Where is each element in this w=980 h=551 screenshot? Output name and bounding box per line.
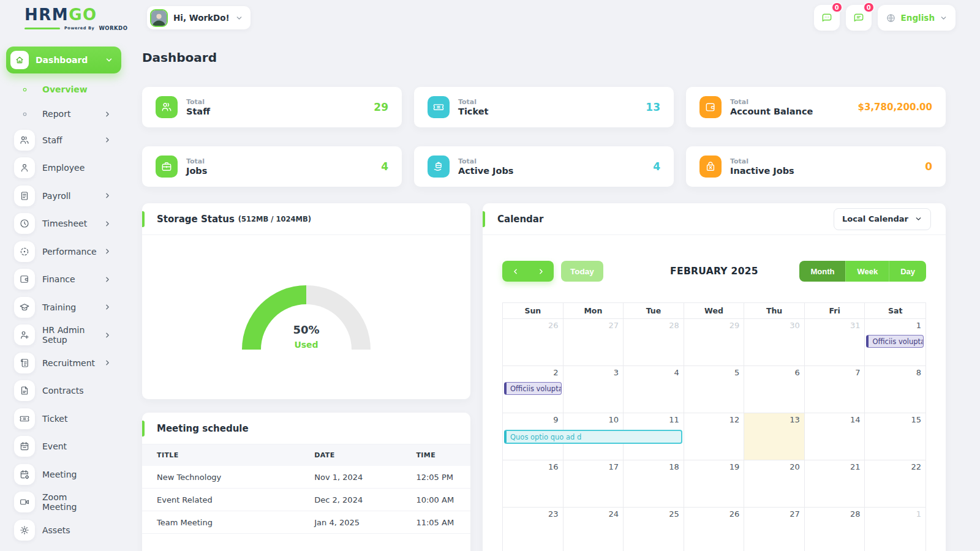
chevron-right-icon <box>104 110 111 118</box>
target-icon <box>14 241 35 262</box>
sidebar-item-staff[interactable]: Staff <box>6 126 121 154</box>
calendar-cell-3-5[interactable]: 21 <box>805 460 865 508</box>
contract-icon <box>14 380 35 401</box>
calendar-event[interactable]: Officiis voluptas c <box>866 335 924 348</box>
calendar-cell-2-4[interactable]: 13 <box>744 413 805 460</box>
calendar-cell-1-2[interactable]: 4 <box>624 366 684 413</box>
calendar-week-4: 2324252627281 <box>503 508 925 551</box>
sidebar-item-meeting[interactable]: Meeting <box>6 460 121 489</box>
sidebar-item-event[interactable]: Event <box>6 433 121 461</box>
calendar-cell-1-1[interactable]: 3 <box>564 366 624 413</box>
notifications-badge: 0 <box>863 2 875 13</box>
sidebar-item-recruitment[interactable]: Recruitment <box>6 349 121 377</box>
calendar-prev-button[interactable] <box>502 261 528 282</box>
calendar-day-header-mon: Mon <box>564 303 624 319</box>
calendar-view-week[interactable]: Week <box>845 261 889 282</box>
calendar-cell-0-4[interactable]: 30 <box>744 319 805 366</box>
calendar-cell-3-4[interactable]: 20 <box>744 460 805 508</box>
stat-card-inactive-jobs[interactable]: Total Inactive Jobs 0 <box>686 146 946 187</box>
sidebar-item-timesheet[interactable]: Timesheet <box>6 210 121 238</box>
stat-card-account-balance[interactable]: Total Account Balance $3,780,200.00 <box>686 87 946 127</box>
sidebar-item-overview[interactable]: Overview <box>6 77 121 102</box>
receipt-icon <box>14 186 35 206</box>
user-menu-button[interactable]: Hi, WorkDo! <box>147 6 251 29</box>
calendar-cell-3-3[interactable]: 19 <box>684 460 745 508</box>
sidebar-item-employee[interactable]: Employee <box>6 154 121 182</box>
meeting-title: New Technology <box>142 466 300 489</box>
language-selector[interactable]: English <box>878 5 956 31</box>
sidebar-item-assets[interactable]: Assets <box>6 516 121 544</box>
stat-card-active-jobs[interactable]: Total Active Jobs 4 <box>414 146 674 187</box>
calendar-cell-3-6[interactable]: 22 <box>865 460 925 508</box>
calendar-cell-4-3[interactable]: 26 <box>684 508 745 551</box>
calendar-cell-1-6[interactable]: 8 <box>865 366 925 413</box>
chevron-down-icon <box>235 14 243 22</box>
sidebar-item-performance[interactable]: Performance <box>6 238 121 266</box>
calendar-cell-0-3[interactable]: 29 <box>684 319 745 366</box>
calendar-cell-1-5[interactable]: 7 <box>805 366 865 413</box>
calendar-cell-0-2[interactable]: 28 <box>624 319 684 366</box>
calendar-card: Calendar Local Calendar <box>483 203 946 551</box>
logo-tagline: Powered By <box>64 26 94 31</box>
calendar-today-button[interactable]: Today <box>561 261 603 282</box>
calendar-cell-3-0[interactable]: 16 <box>503 460 564 508</box>
stat-card-ticket[interactable]: Total Ticket 13 <box>414 87 674 127</box>
calendar-day-header-sun: Sun <box>503 303 564 319</box>
sidebar-item-training[interactable]: Training <box>6 293 121 321</box>
sidebar-item-dashboard[interactable]: Dashboard <box>6 47 121 73</box>
graduation-cap-icon <box>14 297 35 318</box>
calendar-cell-0-0[interactable]: 26 <box>503 319 564 366</box>
sidebar-item-payroll[interactable]: Payroll <box>6 182 121 210</box>
calendar-source-select[interactable]: Local Calendar <box>834 208 931 230</box>
calendar-event[interactable]: Officiis voluptas c <box>504 382 562 395</box>
table-row: New Technology Nov 1, 2024 12:05 PM <box>142 466 470 489</box>
stat-value: 29 <box>374 101 388 113</box>
chevron-right-icon <box>104 359 111 367</box>
calendar-cell-4-5[interactable]: 28 <box>805 508 865 551</box>
sidebar-item-finance[interactable]: Finance <box>6 266 121 294</box>
calendar-view-day[interactable]: Day <box>889 261 926 282</box>
calendar-event[interactable]: Quos optio quo ad d <box>504 430 682 444</box>
calendar-cell-2-5[interactable]: 14 <box>805 413 865 460</box>
chevron-down-icon <box>940 14 948 22</box>
storage-gauge: 50% Used <box>242 285 371 350</box>
sidebar-item-ticket[interactable]: Ticket <box>6 405 121 433</box>
calendar-cell-3-2[interactable]: 18 <box>624 460 684 508</box>
calendar-cell-0-1[interactable]: 27 <box>564 319 624 366</box>
storage-subtitle: (512MB / 1024MB) <box>238 215 311 223</box>
sidebar-item-zoom-meeting[interactable]: Zoom Meeting <box>6 489 121 517</box>
gear-icon <box>14 520 35 541</box>
wallet-icon <box>699 96 722 118</box>
calendar-cell-0-5[interactable]: 31 <box>805 319 865 366</box>
calendar-day-header-wed: Wed <box>684 303 745 319</box>
app-logo[interactable]: HRMGO Powered By WORKDO <box>24 7 127 31</box>
globe-icon <box>886 13 896 23</box>
messages-button[interactable]: 0 <box>814 5 840 31</box>
sidebar-item-report[interactable]: Report <box>6 102 121 126</box>
notifications-button[interactable]: 0 <box>846 5 872 31</box>
meeting-title: Event Related <box>142 489 300 511</box>
calendar-view-month[interactable]: Month <box>799 261 845 282</box>
calendar-cell-4-4[interactable]: 27 <box>744 508 805 551</box>
calendar-cell-1-4[interactable]: 6 <box>744 366 805 413</box>
calendar-cell-2-6[interactable]: 15 <box>865 413 925 460</box>
stat-card-staff[interactable]: Total Staff 29 <box>142 87 402 127</box>
calendar-cell-4-1[interactable]: 24 <box>564 508 624 551</box>
calendar-cell-1-3[interactable]: 5 <box>684 366 745 413</box>
sidebar-item-hr-admin-setup[interactable]: HR Admin Setup <box>6 321 121 350</box>
calendar-next-button[interactable] <box>528 261 554 282</box>
dot-icon <box>14 79 35 100</box>
calendar-cell-4-2[interactable]: 25 <box>624 508 684 551</box>
calendar-cell-3-1[interactable]: 17 <box>564 460 624 508</box>
storage-status-card: Storage Status (512MB / 1024MB) 50% Used <box>142 203 470 399</box>
sidebar-item-label: Dashboard <box>36 55 105 65</box>
sidebar-item-contracts[interactable]: Contracts <box>6 377 121 405</box>
chevron-down-icon <box>105 56 113 64</box>
calendar-cell-2-3[interactable]: 12 <box>684 413 745 460</box>
calendar-cell-4-0[interactable]: 23 <box>503 508 564 551</box>
calendar-week-0: 2627282930311Officiis voluptas c <box>503 319 925 366</box>
stat-card-jobs[interactable]: Total Jobs 4 <box>142 146 402 187</box>
calendar-cell-4-6[interactable]: 1 <box>865 508 925 551</box>
briefcase-icon <box>156 156 178 178</box>
chevron-down-icon <box>914 215 922 223</box>
